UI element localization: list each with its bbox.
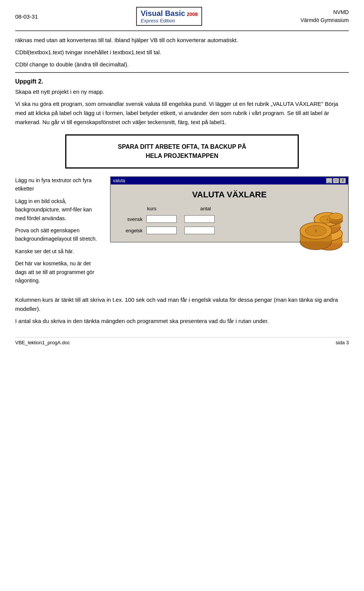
header-date: 08-03-31: [15, 13, 38, 20]
label-engelsk: engelsk: [117, 228, 143, 233]
label-antal: antal: [200, 206, 211, 211]
paragraph-5: Vi ska nu göra ett program, som omvandla…: [15, 99, 349, 127]
page-footer: VBE_lektion1_progA.doc sida 3: [15, 337, 349, 345]
close-button[interactable]: X: [340, 178, 346, 183]
bottom-paragraph-1: Kolumnen kurs är tänkt till att skriva i…: [15, 295, 349, 314]
input-engelsk-antal[interactable]: [184, 227, 215, 234]
app-content: VALUTA VÄXLARE $: [111, 184, 348, 242]
footer-filename: VBE_lektion1_progA.doc: [15, 340, 70, 345]
header-divider: [15, 30, 349, 31]
app-titlebar-buttons: _ □ X: [326, 178, 346, 183]
col-text-p4: Kanske ser det ut så här.: [15, 247, 102, 255]
attention-box: SPARA DITT ARBETE OFTA, TA BACKUP PÅ HEL…: [65, 134, 299, 169]
maximize-button[interactable]: □: [333, 178, 339, 183]
section-divider: [15, 72, 349, 73]
input-engelsk-kurs[interactable]: [146, 227, 177, 234]
logo-year: 2008: [187, 11, 198, 17]
minimize-button[interactable]: _: [326, 178, 332, 183]
col-text-p2: Lägg in en bild också, backgroundpicture…: [15, 197, 102, 222]
logo-visual-basic: Visual Basic: [141, 9, 185, 18]
col-text: Lägg nu in fyra textrutor och fyra etike…: [15, 176, 102, 288]
paragraph-1: räknas med utan att konverteras till tal…: [15, 36, 349, 45]
bottom-paragraph-2: I antal ska du skriva in den tänkta mäng…: [15, 317, 349, 326]
app-row-svensk: svensk: [117, 215, 342, 223]
attention-line2: HELA PROJEKTMAPPEN: [78, 151, 286, 161]
app-main-title: VALUTA VÄXLARE: [117, 190, 342, 200]
paragraph-4: Skapa ett nytt projekt i en ny mapp.: [15, 87, 349, 96]
label-svensk: svensk: [117, 216, 143, 222]
label-kurs: kurs: [147, 206, 177, 211]
app-window: valuta _ □ X VALUTA VÄXLARE: [110, 176, 349, 243]
app-title-bar-label: valuta: [113, 178, 125, 183]
logo-express: Express: [141, 18, 158, 24]
input-svensk-kurs[interactable]: [146, 215, 177, 223]
col-text-p3: Prova och sätt egenskapen backgroundimag…: [15, 226, 102, 243]
section-title: Uppgift 2.: [15, 78, 349, 85]
footer-page: sida 3: [336, 340, 349, 345]
two-col-section: Lägg nu in fyra textrutor och fyra etike…: [15, 176, 349, 288]
col-text-p5: Det här var kosmetika, nu är det dags at…: [15, 259, 102, 285]
paragraph-3: CDbl change to double (ändra till decima…: [15, 60, 349, 69]
app-row-engelsk: engelsk: [117, 227, 342, 234]
header-school: NVMD Värmdö Gymnasium: [300, 8, 349, 24]
app-col-labels: kurs antal: [147, 206, 342, 211]
col-text-p1: Lägg nu in fyra textrutor och fyra etike…: [15, 176, 102, 193]
page-header: 08-03-31 Visual Basic 2008 Express Editi…: [15, 7, 349, 27]
app-form: kurs antal svensk engelsk: [117, 206, 342, 234]
logo-edition: Edition: [160, 18, 175, 24]
app-titlebar: valuta _ □ X: [111, 177, 348, 184]
paragraph-2: CDbl(textbox1.text) tvingar innehållet i…: [15, 48, 349, 57]
logo-box: Visual Basic 2008 Express Edition: [136, 7, 202, 26]
attention-line1: SPARA DITT ARBETE OFTA, TA BACKUP PÅ: [78, 142, 286, 151]
input-svensk-antal[interactable]: [184, 215, 215, 223]
